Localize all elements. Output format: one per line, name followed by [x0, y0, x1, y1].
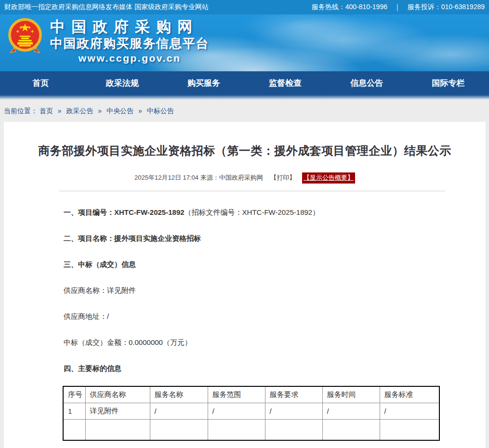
nav-item-announcements[interactable]: 信息公告 — [326, 71, 408, 95]
main-nav: 首页 政采法规 购买服务 监督检查 信息公告 国际专栏 — [0, 71, 489, 95]
nav-item-home[interactable]: 首页 — [0, 71, 81, 95]
publish-datetime: 2025年12月12日 17:04 — [134, 174, 198, 181]
breadcrumb: 当前位置： 首页 » 政采公告 » 中央公告 » 中标公告 — [0, 100, 489, 122]
table-row: 1 详见附件 / / / / / — [63, 403, 439, 419]
col-header-service-name: 服务名称 — [150, 386, 208, 403]
col-header-service-scope: 服务范围 — [208, 386, 265, 403]
breadcrumb-item-procurement-notices[interactable]: 政采公告 — [66, 107, 93, 115]
paragraph-project-number: 一、项目编号：XHTC-FW-2025-1892（招标文件编号：XHTC-FW-… — [64, 208, 442, 217]
breadcrumb-separator: » — [98, 107, 102, 115]
cell-service-requirement: / — [265, 403, 322, 419]
cell-supplier: 详见附件 — [85, 403, 150, 419]
platform-name: 中国政府购买服务信息平台 — [50, 36, 209, 52]
article-meta: 2025年12月12日 17:04 来源：中国政府采购网 【打印】 【显示公告概… — [4, 172, 486, 184]
nav-item-international[interactable]: 国际专栏 — [408, 71, 489, 95]
col-header-index: 序号 — [63, 386, 85, 403]
site-tagline: 财政部唯一指定政府采购信息网络发布媒体 国家级政府采购专业网站 — [4, 3, 209, 12]
cell-service-standard: / — [380, 403, 439, 419]
topbar-divider: ｜ — [394, 3, 401, 12]
table-row-empty — [63, 419, 439, 440]
cell-service-time: / — [322, 403, 380, 419]
site-logo-link[interactable]: 中国政府采购网 中国政府购买服务信息平台 www.ccgp.gov.cn — [6, 18, 209, 65]
nav-item-regulations[interactable]: 政采法规 — [81, 71, 163, 95]
breadcrumb-item-central-notices[interactable]: 中央公告 — [106, 107, 133, 115]
nav-bottom-gradient — [0, 95, 489, 100]
breadcrumb-item-award-notices[interactable]: 中标公告 — [147, 107, 174, 115]
cell-service-scope: / — [208, 403, 265, 419]
breadcrumb-label: 当前位置： — [4, 107, 38, 115]
national-emblem-icon — [6, 18, 44, 59]
paragraph-main-subject-heading: 四、主要标的信息 — [64, 364, 442, 373]
paragraph-supplier-name: 供应商名称：详见附件 — [64, 286, 442, 295]
print-button[interactable]: 【打印】 — [270, 174, 295, 181]
article-body: 一、项目编号：XHTC-FW-2025-1892（招标文件编号：XHTC-FW-… — [64, 208, 442, 373]
col-header-service-time: 服务时间 — [322, 386, 380, 403]
breadcrumb-item-home[interactable]: 首页 — [40, 107, 53, 115]
paragraph-award-info-heading: 三、中标（成交）信息 — [64, 260, 442, 269]
main-subject-table: 序号 供应商名称 服务名称 服务范围 服务要求 服务时间 服务标准 1 详见附件… — [63, 386, 440, 441]
show-summary-button[interactable]: 【显示公告概要】 — [302, 172, 355, 184]
cell-service-name: / — [150, 403, 208, 419]
nav-item-purchase-services[interactable]: 购买服务 — [163, 71, 244, 95]
service-hotline: 服务热线：400-810-1996 — [312, 3, 387, 12]
site-name: 中国政府采购网 — [50, 18, 209, 36]
paragraph-project-name: 二、项目名称：援外项目实施企业资格招标 — [64, 234, 442, 243]
nav-item-supervision[interactable]: 监督检查 — [245, 71, 326, 95]
article-panel: 商务部援外项目实施企业资格招标（第一类：援外成套项目管理企业）结果公示 2025… — [4, 122, 486, 448]
paragraph-supplier-address: 供应商地址：/ — [64, 312, 442, 321]
meta-divider — [59, 191, 445, 191]
table-header-row: 序号 供应商名称 服务名称 服务范围 服务要求 服务时间 服务标准 — [63, 386, 439, 403]
col-header-service-standard: 服务标准 — [380, 386, 439, 403]
breadcrumb-separator: » — [138, 107, 142, 115]
service-complaint: 服务投诉：010-63819289 — [408, 3, 485, 12]
site-url: www.ccgp.gov.cn — [50, 52, 209, 65]
breadcrumb-separator: » — [58, 107, 62, 115]
col-header-supplier: 供应商名称 — [85, 386, 150, 403]
site-banner: 中国政府采购网 中国政府购买服务信息平台 www.ccgp.gov.cn — [0, 14, 489, 71]
article-source: 来源：中国政府采购网 — [200, 174, 263, 181]
article-title: 商务部援外项目实施企业资格招标（第一类：援外成套项目管理企业）结果公示 — [18, 122, 471, 158]
paragraph-award-amount: 中标（成交）金额：0.0000000（万元） — [64, 338, 442, 347]
col-header-service-requirement: 服务要求 — [265, 386, 322, 403]
cell-index: 1 — [63, 403, 85, 419]
top-utility-bar: 财政部唯一指定政府采购信息网络发布媒体 国家级政府采购专业网站 服务热线：400… — [0, 0, 489, 14]
